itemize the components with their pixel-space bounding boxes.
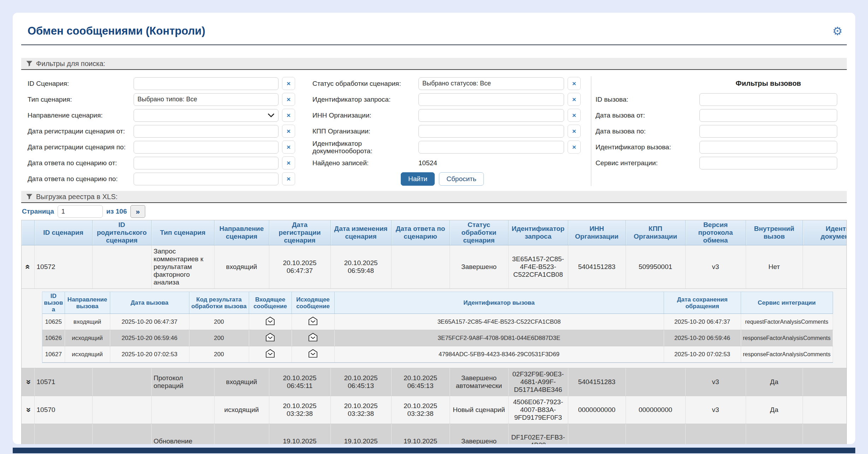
expand-row-icon[interactable]: « <box>24 407 32 412</box>
column-header-8[interactable]: Идентификатор запроса <box>508 220 568 245</box>
page-number-input[interactable] <box>58 205 103 218</box>
column-header-0[interactable]: ID сценария <box>34 220 92 245</box>
scenario-status-input[interactable] <box>418 77 564 90</box>
org-kpp-input[interactable] <box>418 125 564 138</box>
cell-modified-date: 20.10.2025 06:45:13 <box>330 368 391 396</box>
scenario-response-date-to-filter-row: Дата ответа по сценарию по:× <box>28 171 312 187</box>
scenario-type-filter-row: Тип сценария:× <box>28 91 312 107</box>
cell-internal-call: Да <box>746 396 803 424</box>
integration-service-label: Сервис интеграции: <box>596 159 699 167</box>
call-date-from-input[interactable] <box>699 109 837 122</box>
doc-flow-id-clear-button[interactable]: × <box>568 141 581 154</box>
outgoing-message-envelope-icon[interactable] <box>308 333 318 342</box>
cell-response-date: 19.10.2025 <box>391 424 450 444</box>
request-id-label: Идентификатор запроса: <box>312 96 418 103</box>
calls-column-header-2: Дата вызова <box>110 292 189 314</box>
collapse-row-icon[interactable]: « <box>24 264 32 269</box>
column-header-7[interactable]: Статус обработки сценария <box>450 220 508 245</box>
cell-protocol-version <box>685 424 746 444</box>
column-header-4[interactable]: Дата регистрации сценария <box>269 220 330 245</box>
incoming-message-envelope-icon[interactable] <box>265 333 275 342</box>
filter-icon <box>26 194 33 200</box>
scenario-response-date-from-filter-row: Дата ответа по сценарию от:× <box>28 155 312 171</box>
cell-saved-date: 2025-10-20 06:47:37 <box>664 314 741 330</box>
search-button[interactable]: Найти <box>401 172 435 186</box>
scenario-response-date-from-input[interactable] <box>134 157 278 169</box>
cell-internal-call: Да <box>746 368 803 396</box>
outgoing-message-envelope-icon[interactable] <box>308 316 318 325</box>
column-header-5[interactable]: Дата изменения сценария <box>330 220 391 245</box>
scenario-direction-select[interactable] <box>134 109 278 122</box>
cell-result-code: 200 <box>189 314 249 330</box>
scenario-type-clear-button[interactable]: × <box>282 93 295 106</box>
found-records-value: 10524 <box>418 159 437 167</box>
cell-incoming-message <box>249 330 292 346</box>
column-header-9[interactable]: ИНН Организации <box>568 220 626 245</box>
cell-response-date: 20.10.2025 03:32:38 <box>391 396 450 424</box>
calls-column-header-8: Сервис интеграции <box>741 292 833 314</box>
doc-flow-id-input[interactable] <box>418 141 564 154</box>
filters-section-header[interactable]: Фильтры для поиска: <box>21 58 847 70</box>
call-date-to-input[interactable] <box>699 125 837 138</box>
org-inn-clear-button[interactable]: × <box>568 109 581 122</box>
call-id-input[interactable] <box>699 93 837 106</box>
cell-protocol-version: v3 <box>685 368 746 396</box>
column-header-10[interactable]: КПП Организации <box>626 220 685 245</box>
cell-scenario-type: Протокол операций <box>151 368 214 396</box>
scenario-response-date-to-clear-button[interactable]: × <box>282 172 295 185</box>
scenario-type-label: Тип сценария: <box>28 96 134 103</box>
cell-org-kpp <box>626 368 685 396</box>
org-kpp-clear-button[interactable]: × <box>568 125 581 138</box>
calls-column-header-4: Входящее сообщение <box>249 292 292 314</box>
outgoing-message-envelope-icon[interactable] <box>308 349 318 358</box>
scenario-status-filter-row: Статус обработки сценария:× <box>312 76 591 91</box>
scenario-type-input[interactable] <box>134 93 278 106</box>
column-header-13[interactable]: Идентификатор документооборота <box>803 220 847 245</box>
export-section-header[interactable]: Выгрузка реестра в XLS: <box>21 191 847 203</box>
request-id-clear-button[interactable]: × <box>568 93 581 106</box>
column-header-2[interactable]: Тип сценария <box>151 220 214 245</box>
scenario-reg-date-from-clear-button[interactable]: × <box>282 125 295 138</box>
scenario-reg-date-from-input[interactable] <box>134 125 278 138</box>
column-header-11[interactable]: Версия протокола обмена <box>685 220 746 245</box>
request-id-filter-row: Идентификатор запроса:× <box>312 91 591 107</box>
reset-button[interactable]: Сбросить <box>439 172 483 186</box>
scenario-id-clear-button[interactable]: × <box>282 77 295 90</box>
scenario-table: ID сценарияID родительского сценарияТип … <box>22 220 847 444</box>
scenario-reg-date-to-input[interactable] <box>134 141 278 154</box>
incoming-message-envelope-icon[interactable] <box>265 349 275 358</box>
settings-gear-icon[interactable]: ⚙ <box>832 25 843 37</box>
cell-org-kpp <box>626 424 685 444</box>
integration-service-input[interactable] <box>699 157 837 169</box>
cell-direction: входящий <box>214 368 269 396</box>
cell-scenario-id: 10571 <box>34 368 92 396</box>
column-header-6[interactable]: Дата ответа по сценарию <box>391 220 450 245</box>
cell-call-identifier: 3E75FCF2-9A8F-4708-9D81-044E6D887D3E <box>334 330 664 346</box>
column-header-3[interactable]: Направление сценария <box>214 220 269 245</box>
calls-column-header-1: Направление вызова <box>65 292 110 314</box>
scenario-reg-date-to-clear-button[interactable]: × <box>282 141 295 154</box>
scenario-status-clear-button[interactable]: × <box>568 77 581 90</box>
filters-body: ID Сценария:×Тип сценария:×Направление с… <box>21 70 847 191</box>
cell-request-id: 02F32F9E-90E3-4681-A99F-D5171A4BE346 <box>508 368 568 396</box>
scenario-row-10571: «10571Протокол операцийвходящий20.10.202… <box>22 368 847 396</box>
column-header-12[interactable]: Внутренний вызов <box>746 220 803 245</box>
scenario-direction-filter-row: Направление сценария:× <box>28 107 312 123</box>
scenario-direction-clear-button[interactable]: × <box>282 109 295 122</box>
scenario-response-date-from-clear-button[interactable]: × <box>282 156 295 169</box>
cell-incoming-message <box>249 314 292 330</box>
incoming-message-envelope-icon[interactable] <box>265 316 275 325</box>
column-header-1[interactable]: ID родительского сценария <box>92 220 151 245</box>
calls-column-header-0: ID вызова <box>42 292 65 314</box>
org-inn-input[interactable] <box>418 109 564 122</box>
scenario-id-input[interactable] <box>134 77 278 90</box>
cell-modified-date: 19.10.2025 <box>330 424 391 444</box>
expand-row-icon[interactable]: « <box>24 380 32 384</box>
call-row-10627: 10627исходящий2025-10-20 07:02:532004798… <box>42 346 833 363</box>
cell-registration-date: 20.10.2025 03:32:38 <box>269 396 330 424</box>
request-id-input[interactable] <box>418 93 564 106</box>
next-page-button[interactable]: » <box>130 205 145 218</box>
scenario-response-date-to-input[interactable] <box>134 173 278 185</box>
calls-filters-title: Фильтры вызовов <box>699 79 837 88</box>
call-identifier-input[interactable] <box>699 141 837 154</box>
